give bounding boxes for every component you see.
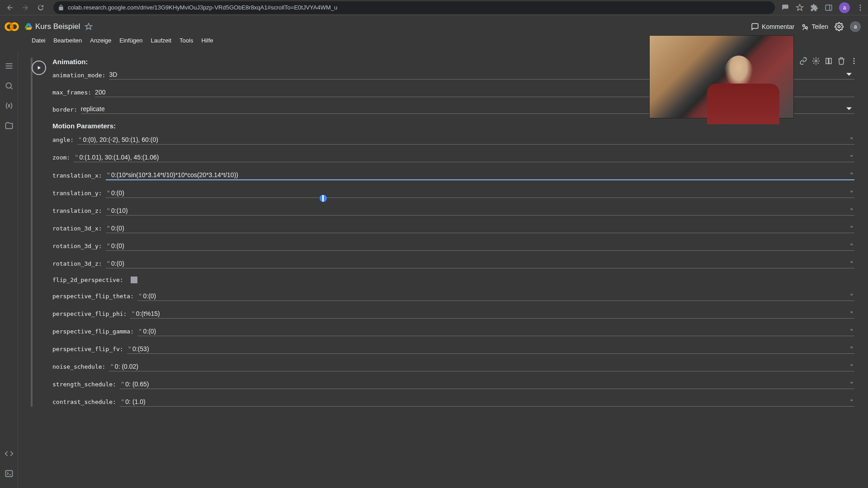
quote-open: ": [106, 260, 111, 267]
files-icon[interactable]: [5, 121, 14, 130]
quote-open: ": [109, 363, 114, 370]
menu-hilfe[interactable]: Hilfe: [201, 37, 213, 44]
install-icon[interactable]: [781, 4, 789, 12]
webcam-overlay: [649, 35, 794, 118]
mirror-icon[interactable]: [825, 57, 833, 65]
back-button[interactable]: [4, 1, 16, 14]
sidepanel-icon[interactable]: [825, 4, 833, 12]
input-strength-schedule[interactable]: [125, 380, 849, 389]
reload-button[interactable]: [34, 1, 47, 14]
svg-point-22: [854, 61, 855, 62]
svg-rect-0: [826, 5, 832, 10]
input-translation-y[interactable]: [111, 188, 849, 197]
lock-icon: [58, 5, 64, 11]
row-perspective-flip-theta: perspective_flip_theta: " ": [52, 291, 854, 301]
input-angle[interactable]: [83, 135, 849, 144]
input-translation-z[interactable]: [111, 206, 849, 215]
share-icon: [801, 23, 809, 31]
url-bar[interactable]: colab.research.google.com/drive/13G9KHyM…: [53, 1, 775, 14]
quote-open: ": [120, 380, 125, 388]
svg-line-15: [10, 88, 12, 89]
input-wrap-rotation-3d-z: " ": [106, 259, 854, 268]
menu-datei[interactable]: Datei: [32, 37, 45, 44]
menu-bearbeiten[interactable]: Bearbeiten: [53, 37, 82, 44]
delete-icon[interactable]: [837, 57, 845, 65]
variables-icon[interactable]: [5, 101, 14, 110]
avatar-initial: a: [854, 23, 857, 30]
favorite-star-icon[interactable]: [85, 23, 93, 31]
cell-settings-icon[interactable]: [812, 57, 820, 65]
input-rotation-3d-y[interactable]: [111, 241, 849, 250]
input-noise-schedule[interactable]: [115, 362, 849, 371]
input-perspective-flip-phi[interactable]: [136, 309, 849, 318]
input-translation-x[interactable]: [111, 170, 849, 179]
quote-open: ": [127, 345, 132, 352]
browser-avatar[interactable]: a: [839, 2, 850, 13]
label-rotation-3d-x: rotation_3d_x:: [52, 225, 102, 232]
star-icon[interactable]: [796, 4, 804, 12]
label-angle: angle:: [52, 136, 74, 143]
link-icon[interactable]: [799, 57, 807, 65]
quote-open: ": [106, 171, 111, 178]
run-cell-button[interactable]: [32, 61, 46, 75]
svg-point-10: [838, 26, 840, 28]
quote-close: ": [849, 189, 854, 197]
input-perspective-flip-theta[interactable]: [143, 291, 849, 300]
row-translation-y: translation_y: " ": [52, 188, 854, 198]
kebab-icon[interactable]: [856, 4, 864, 12]
input-zoom[interactable]: [80, 153, 849, 162]
quote-close: ": [849, 328, 854, 335]
input-wrap-translation-y: " ": [106, 188, 854, 198]
quote-close: ": [849, 154, 854, 161]
svg-point-8: [803, 25, 805, 27]
quote-close: ": [849, 171, 854, 178]
label-translation-z: translation_z:: [52, 207, 102, 214]
input-rotation-3d-x[interactable]: [111, 224, 849, 233]
doc-title[interactable]: Kurs Beispiel: [35, 22, 80, 31]
quote-close: ": [849, 242, 854, 249]
settings-icon[interactable]: [835, 22, 844, 31]
row-rotation-3d-y: rotation_3d_y: " ": [52, 241, 854, 251]
extensions-icon[interactable]: [810, 4, 818, 12]
colab-logo-icon[interactable]: [4, 19, 20, 35]
value-animation-mode: 3D: [109, 71, 117, 78]
label-perspective-flip-gamma: perspective_flip_gamma:: [52, 328, 134, 335]
input-wrap-rotation-3d-x: " ": [106, 224, 854, 233]
menu-einfuegen[interactable]: Einfügen: [119, 37, 142, 44]
text-cursor-indicator: [320, 195, 327, 202]
label-border: border:: [52, 106, 77, 113]
comment-button[interactable]: Kommentar: [751, 23, 794, 31]
row-zoom: zoom: " ": [52, 153, 854, 162]
input-contrast-schedule[interactable]: [125, 397, 849, 406]
terminal-icon[interactable]: [5, 469, 14, 478]
input-wrap-perspective-flip-gamma: " ": [137, 327, 854, 336]
colab-avatar[interactable]: a: [850, 21, 861, 32]
svg-point-4: [860, 9, 861, 10]
share-button[interactable]: Teilen: [801, 23, 828, 31]
label-perspective-flip-theta: perspective_flip_theta:: [52, 293, 134, 300]
menu-laufzeit[interactable]: Laufzeit: [151, 37, 172, 44]
quote-open: ": [137, 328, 143, 335]
menu-anzeige[interactable]: Anzeige: [90, 37, 111, 44]
code-snippets-icon[interactable]: [5, 449, 14, 458]
input-wrap-angle: " ": [77, 135, 854, 145]
input-perspective-flip-gamma[interactable]: [143, 327, 849, 336]
svg-rect-19: [826, 58, 828, 64]
svg-point-2: [860, 5, 861, 6]
label-perspective-flip-fv: perspective_flip_fv:: [52, 346, 123, 352]
input-wrap-noise-schedule: " ": [109, 362, 854, 371]
row-rotation-3d-z: rotation_3d_z: " ": [52, 259, 854, 268]
more-icon[interactable]: [850, 57, 858, 65]
checkbox-flip-2d-perspective[interactable]: [131, 277, 137, 283]
row-noise-schedule: noise_schedule: " ": [52, 362, 854, 371]
forward-button[interactable]: [19, 1, 32, 14]
input-perspective-flip-fv[interactable]: [132, 344, 849, 353]
quote-close: ": [849, 345, 854, 352]
search-icon[interactable]: [5, 81, 14, 90]
menu-tools[interactable]: Tools: [179, 37, 193, 44]
quote-open: ": [74, 154, 79, 161]
input-rotation-3d-z[interactable]: [111, 259, 849, 268]
toc-icon[interactable]: [5, 61, 14, 70]
svg-point-18: [815, 60, 817, 62]
input-wrap-perspective-flip-fv: " ": [127, 344, 854, 354]
